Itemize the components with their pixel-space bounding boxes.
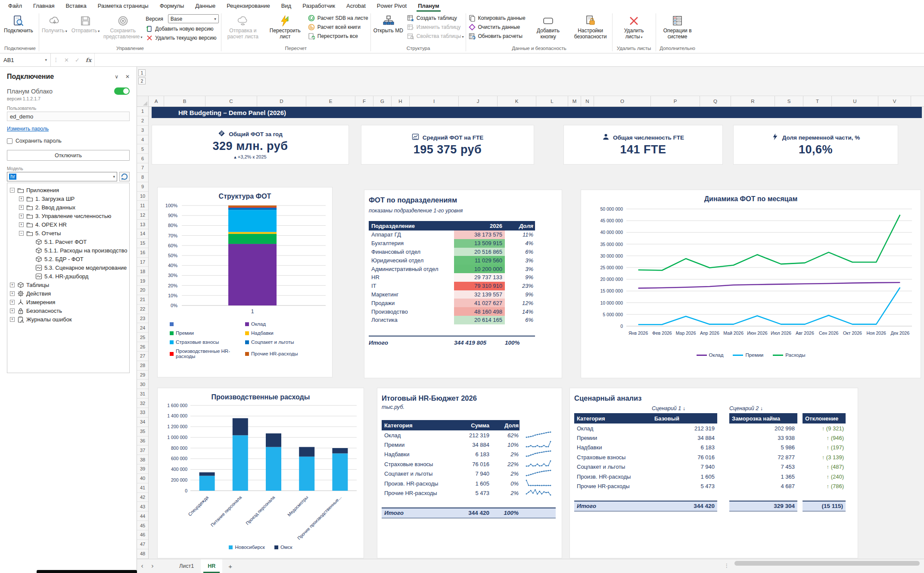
tabs-overflow-icon[interactable]: ⋮ xyxy=(724,563,729,569)
select-all-corner[interactable] xyxy=(137,96,149,106)
sheet-tab-HR[interactable]: HR xyxy=(201,559,222,573)
row-header-16[interactable]: 16 xyxy=(137,248,148,258)
menu-item-10[interactable]: Acrobat xyxy=(341,0,371,12)
row-header-34[interactable]: 34 xyxy=(137,417,148,427)
row-header-38[interactable]: 38 xyxy=(137,455,148,464)
save-password-checkbox[interactable] xyxy=(7,138,12,144)
expand-toggle-icon[interactable]: + xyxy=(10,308,15,313)
column-header-P[interactable]: P xyxy=(651,96,700,106)
column-header-H[interactable]: H xyxy=(392,96,410,106)
column-header-I[interactable]: I xyxy=(410,96,459,106)
tree-item-9[interactable]: 5.2. БДР - ФОТ xyxy=(8,255,128,263)
tree-item-3[interactable]: +2. Ввод данных xyxy=(8,203,128,212)
ribbon-button-отправка-и-расчет-листа[interactable]: Отправка и расчет листа xyxy=(222,12,264,41)
row-header-36[interactable]: 36 xyxy=(137,436,148,446)
tree-item-16[interactable]: +Журналы ошибок xyxy=(8,315,128,324)
column-header-A[interactable]: A xyxy=(149,96,164,106)
row-header-30[interactable]: 30 xyxy=(137,380,148,389)
row-header-20[interactable]: 20 xyxy=(137,286,148,295)
sheet-nav-next-icon[interactable]: › xyxy=(147,562,158,570)
row-header-28[interactable]: 28 xyxy=(137,361,148,371)
row-header-27[interactable]: 27 xyxy=(137,352,148,361)
version-select[interactable]: Base▾ xyxy=(168,14,219,23)
row-header-4[interactable]: 4 xyxy=(137,135,148,145)
cancel-icon[interactable]: ✕ xyxy=(61,53,72,66)
row-header-21[interactable]: 21 xyxy=(137,295,148,305)
formula-input[interactable] xyxy=(94,53,924,66)
row-header-9[interactable]: 9 xyxy=(137,182,148,192)
column-header-G[interactable]: G xyxy=(373,96,392,106)
collapse-toggle-icon[interactable]: − xyxy=(19,231,24,236)
row-header-40[interactable]: 40 xyxy=(137,474,148,483)
column-header-U[interactable]: U xyxy=(832,96,878,106)
ribbon-button-очистить-данные[interactable]: Очистить данные xyxy=(468,23,525,31)
row-header-31[interactable]: 31 xyxy=(137,389,148,399)
tree-item-5[interactable]: +4. OPEX HR xyxy=(8,220,128,229)
sheet-nav-prev-icon[interactable]: ‹ xyxy=(137,562,147,570)
row-header-7[interactable]: 7 xyxy=(137,163,148,173)
tree-item-2[interactable]: +1. Загрузка ШР xyxy=(8,194,128,203)
column-header-D[interactable]: D xyxy=(257,96,306,106)
row-header-42[interactable]: 42 xyxy=(137,493,148,502)
expand-toggle-icon[interactable]: + xyxy=(10,291,15,296)
row-header-25[interactable]: 25 xyxy=(137,333,148,342)
row-header-44[interactable]: 44 xyxy=(137,511,148,521)
row-header-33[interactable]: 33 xyxy=(137,408,148,417)
menu-item-2[interactable]: Главная xyxy=(28,0,60,12)
ribbon-button-перестроить-лист[interactable]: Перестроить лист xyxy=(264,12,306,41)
expand-toggle-icon[interactable]: + xyxy=(19,205,24,210)
ribbon-button-удалить-листы[interactable]: Удалить листы▾ xyxy=(613,12,655,41)
column-header-K[interactable]: K xyxy=(498,96,536,106)
menu-item-7[interactable]: Рецензирование xyxy=(221,0,275,12)
expand-toggle-icon[interactable]: + xyxy=(10,317,15,322)
row-header-1[interactable]: 1 xyxy=(137,107,148,116)
row-header-8[interactable]: 8 xyxy=(137,173,148,182)
enter-icon[interactable]: ✓ xyxy=(72,53,83,66)
tree-item-10[interactable]: 5.3. Сценарное моделирование xyxy=(8,263,128,272)
expand-toggle-icon[interactable]: + xyxy=(10,300,15,305)
tree-item-13[interactable]: +Действия xyxy=(8,289,128,298)
ribbon-button-подключить[interactable]: Подключить xyxy=(2,12,35,35)
row-header-10[interactable]: 10 xyxy=(137,192,148,201)
column-header-Q[interactable]: Q xyxy=(700,96,731,106)
tree-item-11[interactable]: 5.4. HR-дэшборд xyxy=(8,272,128,280)
column-header-R[interactable]: R xyxy=(731,96,775,106)
fx-icon[interactable]: fx xyxy=(83,53,94,66)
row-header-48[interactable]: 48 xyxy=(137,549,148,559)
row-header-24[interactable]: 24 xyxy=(137,323,148,333)
row-header-23[interactable]: 23 xyxy=(137,314,148,324)
expand-toggle-icon[interactable]: + xyxy=(19,214,24,218)
column-header-M[interactable]: M xyxy=(568,96,581,106)
row-header-13[interactable]: 13 xyxy=(137,220,148,229)
menu-item-9[interactable]: Разработчик xyxy=(297,0,341,12)
row-header-29[interactable]: 29 xyxy=(137,371,148,380)
column-header-F[interactable]: F xyxy=(355,96,373,106)
name-box-arrow-icon[interactable]: ▾ xyxy=(45,58,47,62)
menu-item-5[interactable]: Формулы xyxy=(154,0,190,12)
row-header-37[interactable]: 37 xyxy=(137,445,148,455)
row-header-46[interactable]: 46 xyxy=(137,530,148,540)
row-header-3[interactable]: 3 xyxy=(137,126,148,135)
ribbon-button-свойства-таблицы[interactable]: Свойства таблицы▾ xyxy=(407,32,464,40)
menu-item-6[interactable]: Данные xyxy=(190,0,221,12)
tree-item-12[interactable]: +Таблицы xyxy=(8,280,128,289)
add-sheet-button[interactable]: + xyxy=(222,563,238,570)
ribbon-button-создать-таблицу[interactable]: Создать таблицу xyxy=(407,14,464,22)
menu-item-4[interactable]: Разметка страницы xyxy=(92,0,154,12)
disconnect-button[interactable]: Отключить xyxy=(7,150,130,161)
row-header-22[interactable]: 22 xyxy=(137,305,148,314)
row-header-17[interactable]: 17 xyxy=(137,258,148,267)
row-header-39[interactable]: 39 xyxy=(137,464,148,474)
tree-item-7[interactable]: 5.1. Расчет ФОТ xyxy=(8,237,128,246)
menu-item-3[interactable]: Вставка xyxy=(60,0,92,12)
close-icon[interactable]: ✕ xyxy=(125,74,130,80)
row-header-6[interactable]: 6 xyxy=(137,154,148,163)
ribbon-button-сохранить-представление[interactable]: Сохранить представление▾ xyxy=(102,12,144,41)
column-header-S[interactable]: S xyxy=(775,96,803,106)
outline-level-1[interactable]: 1 xyxy=(138,69,146,76)
connection-toggle[interactable] xyxy=(114,87,130,95)
sheet-tab-Лист1[interactable]: Лист1 xyxy=(172,559,201,573)
tree-item-14[interactable]: +Измерения xyxy=(8,298,128,306)
row-header-12[interactable]: 12 xyxy=(137,210,148,220)
column-header-B[interactable]: B xyxy=(164,96,205,106)
